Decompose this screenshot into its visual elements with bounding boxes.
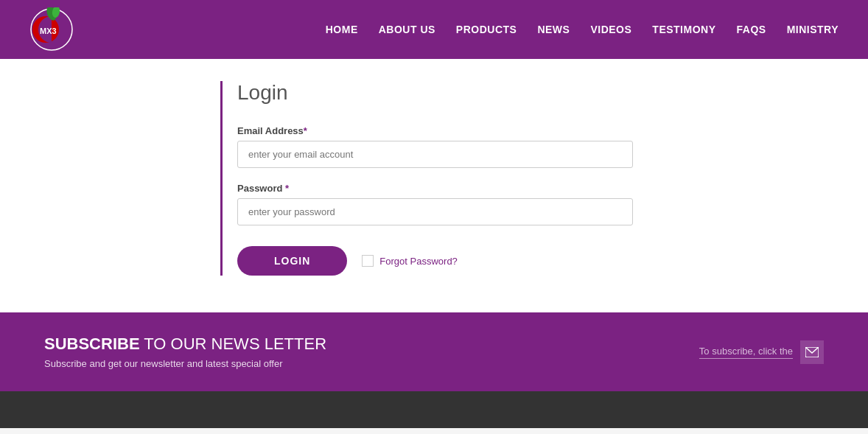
password-form-group: Password * — [237, 183, 633, 225]
nav-testimony[interactable]: TESTIMONY — [652, 24, 715, 35]
forgot-checkbox[interactable] — [362, 255, 374, 267]
subscribe-title-rest: TO OUR NEWS LETTER — [144, 335, 326, 353]
password-input[interactable] — [237, 198, 633, 225]
logo-icon: MX3 — [29, 7, 74, 52]
subscribe-section: SUBSCRIBE TO OUR NEWS LETTER Subscribe a… — [0, 312, 868, 391]
subscribe-bold: SUBSCRIBE — [44, 335, 140, 353]
login-button[interactable]: LOGIN — [237, 246, 347, 276]
subscribe-left: SUBSCRIBE TO OUR NEWS LETTER Subscribe a… — [44, 335, 326, 369]
nav-videos[interactable]: VIDEOS — [590, 24, 631, 35]
subscribe-right: To subscribe, click the — [699, 340, 824, 364]
login-container: Login Email Address* Password * LOGIN Fo… — [220, 81, 648, 276]
main-nav: HOME ABOUT US PRODUCTS NEWS VIDEOS TESTI… — [326, 24, 839, 35]
nav-products[interactable]: PRODUCTS — [456, 24, 517, 35]
nav-about-us[interactable]: ABOUT US — [379, 24, 435, 35]
password-label: Password * — [237, 183, 633, 194]
login-title: Login — [237, 81, 633, 105]
email-label: Email Address* — [237, 125, 633, 136]
svg-text:MX3: MX3 — [40, 27, 57, 35]
subscribe-cta-text: To subscribe, click the — [699, 346, 793, 359]
logo-area: MX3 — [29, 7, 74, 52]
nav-faqs[interactable]: FAQS — [737, 24, 766, 35]
nav-ministry[interactable]: MINISTRY — [787, 24, 839, 35]
nav-news[interactable]: NEWS — [537, 24, 570, 35]
form-actions: LOGIN Forgot Password? — [237, 246, 633, 276]
email-input[interactable] — [237, 141, 633, 168]
subscribe-subtitle: Subscribe and get our newsletter and lat… — [44, 358, 326, 369]
forgot-section: Forgot Password? — [362, 255, 458, 267]
nav-home[interactable]: HOME — [326, 24, 358, 35]
subscribe-title: SUBSCRIBE TO OUR NEWS LETTER — [44, 335, 326, 354]
forgot-password-link[interactable]: Forgot Password? — [379, 256, 458, 267]
subscribe-email-button[interactable] — [800, 340, 824, 364]
email-icon — [805, 347, 819, 357]
email-form-group: Email Address* — [237, 125, 633, 168]
header: MX3 HOME ABOUT US PRODUCTS NEWS VIDEOS T… — [0, 0, 868, 59]
footer-dark — [0, 391, 868, 428]
main-content: Login Email Address* Password * LOGIN Fo… — [0, 59, 868, 312]
